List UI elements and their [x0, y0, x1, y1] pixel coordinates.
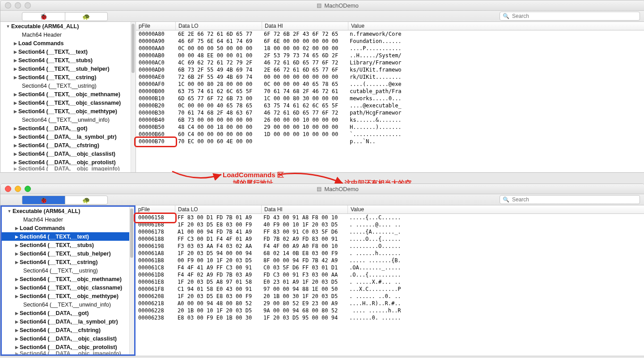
disclosure-triangle-icon[interactable] [13, 135, 17, 139]
tree-item[interactable]: Section64 (__TEXT,__ustring) [0, 81, 131, 90]
search-input[interactable] [511, 196, 637, 203]
disclosure-triangle-icon[interactable] [14, 243, 19, 247]
tree-item[interactable]: Section64 (__TEXT,__text) [2, 232, 129, 241]
table-row[interactable]: 00000B200C 00 00 00 40 65 78 6563 75 74 … [136, 102, 644, 109]
disclosure-triangle-icon[interactable] [14, 320, 19, 324]
close-icon[interactable] [5, 2, 11, 9]
col-data-lo[interactable]: Data LO [175, 205, 262, 213]
tree-item[interactable]: Section64 (__TEXT,__objc_classname) [2, 283, 129, 292]
tree-item[interactable]: Section64 (__DATA,__objc_classlist) [2, 334, 129, 343]
disclosure-triangle-icon[interactable] [14, 345, 19, 349]
tree-item[interactable]: Section64 (__TEXT,__stubs) [2, 241, 129, 249]
table-row[interactable]: 00000AA00C 00 00 00 50 00 00 0018 00 00 … [136, 45, 644, 52]
table-row[interactable]: 00000B5048 C4 00 00 18 00 00 0029 00 00 … [136, 124, 644, 131]
col-data-lo[interactable]: Data LO [176, 22, 262, 30]
tree-item[interactable]: Section64 (__TEXT,__unwind_info) [0, 115, 131, 124]
segmented-right[interactable]: 🐢 [65, 196, 108, 204]
tree-item[interactable]: Section64 (__TEXT,__objc_methname) [0, 90, 131, 98]
disclosure-triangle-icon[interactable] [13, 41, 17, 46]
table-row[interactable]: 00000A806E 2E 66 72 61 6D 65 776F 72 6B … [136, 30, 644, 38]
disclosure-triangle-icon[interactable] [14, 286, 19, 290]
table-row[interactable]: 00000B106D 65 77 6F 72 6B 73 001C 00 00 … [136, 95, 644, 102]
table-row[interactable]: 000061681F 20 03 D5 E8 03 00 F940 F9 00 … [136, 221, 644, 228]
table-row[interactable]: 000061B800 F9 00 10 1F 20 03 D58F 00 00 … [136, 257, 644, 264]
disclosure-triangle-icon[interactable] [14, 311, 19, 315]
disclosure-triangle-icon[interactable] [13, 109, 17, 114]
disclosure-triangle-icon[interactable] [13, 92, 17, 97]
table-row[interactable]: 000062081F 20 03 D5 E8 03 00 F920 1B 00 … [136, 293, 644, 300]
disclosure-triangle-icon[interactable] [13, 152, 17, 156]
table-row[interactable]: 00006238E8 03 00 F9 E0 1B 00 301F 20 03 … [136, 314, 644, 321]
tree-item[interactable]: Section64 (__TEXT,__unwind_info) [2, 300, 129, 309]
titlebar[interactable]: ▤ MachODemo [0, 184, 644, 194]
table-row[interactable]: 00006188FF C3 00 D1 F4 4F 01 A9FD 7B 02 … [136, 235, 644, 243]
zoom-icon[interactable] [25, 2, 31, 9]
disclosure-triangle-icon[interactable] [14, 226, 19, 230]
traffic-lights[interactable] [5, 2, 31, 9]
disclosure-triangle-icon[interactable] [13, 67, 17, 71]
tree-item[interactable]: Section64 (__TEXT,__text) [0, 47, 131, 56]
disclosure-triangle-icon[interactable] [14, 277, 19, 281]
table-row[interactable]: 00000A9046 6F 75 6E 64 61 74 696F 6E 00 … [136, 38, 644, 45]
tree-item[interactable]: Section64 (__DATA,__la_symbol_ptr) [0, 132, 131, 141]
tree-item[interactable]: Section64 (__DATA,__objc_imageinfo) [0, 166, 131, 171]
disclosure-triangle-icon[interactable] [14, 260, 19, 264]
table-row[interactable]: 00006178A1 00 00 94 FD 7B 41 A9FF 83 00 … [136, 228, 644, 235]
tree-item[interactable]: Section64 (__TEXT,__cstring) [2, 258, 129, 266]
tree-item[interactable]: Section64 (__DATA,__objc_classlist) [0, 149, 131, 158]
disclosure-triangle-icon[interactable] [14, 337, 19, 341]
disclosure-triangle-icon[interactable] [14, 328, 19, 332]
tree-item[interactable]: Mach64 Header [2, 215, 129, 224]
tree-item[interactable]: Section64 (__TEXT,__objc_classname) [0, 98, 131, 107]
disclosure-triangle-icon[interactable] [13, 58, 17, 63]
disclosure-triangle-icon[interactable] [13, 101, 17, 105]
tree-item[interactable]: Section64 (__TEXT,__cstring) [0, 73, 131, 81]
minimize-icon[interactable] [15, 186, 21, 192]
table-body[interactable]: 00000A806E 2E 66 72 61 6D 65 776F 72 6B … [136, 30, 644, 145]
table-row[interactable]: 00000AE072 6B 2F 55 49 4B 69 7400 00 00 … [136, 73, 644, 81]
disclosure-triangle-icon[interactable] [13, 126, 17, 131]
disclosure-triangle-icon[interactable] [14, 251, 19, 256]
disclosure-triangle-icon[interactable] [13, 143, 17, 148]
tree-item[interactable]: Section64 (__TEXT,__objc_methname) [2, 275, 129, 283]
tree-item[interactable]: Executable (ARM64_ALL) [0, 22, 131, 30]
outline-tree[interactable]: Executable (ARM64_ALL)Mach64 HeaderLoad … [0, 22, 131, 172]
tree-item[interactable]: Section64 (__DATA,__objc_protolist) [0, 158, 131, 166]
table-row[interactable]: 00000AD06B 73 2F 55 49 4B 69 742E 66 72 … [136, 66, 644, 73]
table-header[interactable]: pFile Data LO Data HI Value [136, 22, 644, 30]
tree-item[interactable]: Section64 (__TEXT,__ustring) [2, 266, 129, 275]
outline-tree[interactable]: Executable (ARM64_ALL)Mach64 HeaderLoad … [2, 207, 129, 354]
segmented-right[interactable]: 🐢 [65, 13, 108, 21]
table-row[interactable]: 00000B0063 75 74 61 62 6C 65 5F70 61 74 … [136, 88, 644, 95]
segmented-left[interactable]: 🐞 [22, 13, 65, 21]
table-row[interactable]: 000061F8C1 94 01 58 E0 43 00 9197 00 00 … [136, 286, 644, 293]
table-row[interactable]: 00000AB000 00 48 EE 00 00 01 002F 53 79 … [136, 52, 644, 59]
disclosure-triangle-icon[interactable] [14, 294, 19, 298]
tree-item[interactable]: Section64 (__TEXT,__stub_helper) [0, 64, 131, 73]
tree-item[interactable]: Section64 (__DATA,__objc_protolist) [2, 343, 129, 351]
disclosure-triangle-icon[interactable] [13, 166, 17, 171]
tree-item[interactable]: Section64 (__DATA,__objc_imageinfo) [2, 351, 129, 354]
disclosure-triangle-icon[interactable] [13, 75, 17, 80]
disclosure-triangle-icon[interactable] [6, 24, 10, 29]
scrollbar[interactable] [131, 22, 136, 172]
tree-item[interactable]: Section64 (__DATA,__la_symbol_ptr) [2, 317, 129, 326]
table-row[interactable]: 000061C8F4 4F 41 A9 FF C3 00 91C0 03 5F … [136, 264, 644, 271]
close-icon[interactable] [5, 186, 11, 192]
tree-item[interactable]: Executable (ARM64_ALL) [2, 207, 129, 215]
segmented-control[interactable]: 🐞 🐢 [22, 196, 108, 205]
search-input[interactable] [511, 13, 637, 20]
tree-item[interactable]: Section64 (__DATA,__got) [0, 124, 131, 132]
table-row[interactable]: 000061A81F 20 03 D5 94 00 00 9468 02 14 … [136, 250, 644, 257]
search-field[interactable]: 🔍 [500, 12, 640, 21]
traffic-lights[interactable] [5, 186, 31, 192]
disclosure-triangle-icon[interactable] [7, 209, 12, 213]
table-row[interactable]: 00006158FF 83 00 D1 FD 7B 01 A9FD 43 00 … [136, 214, 644, 221]
col-pfile[interactable]: pFile [136, 22, 176, 30]
tree-item[interactable]: Section64 (__TEXT,__stubs) [0, 56, 131, 64]
minimize-icon[interactable] [15, 2, 21, 9]
table-row[interactable]: 000061D8F4 4F 02 A9 FD 7B 03 A9FD C3 00 … [136, 271, 644, 278]
titlebar[interactable]: ▤ MachODemo [0, 0, 644, 11]
segmented-control[interactable]: 🐞 🐢 [22, 12, 108, 21]
tree-item[interactable]: Section64 (__TEXT,__objc_methtype) [0, 107, 131, 115]
